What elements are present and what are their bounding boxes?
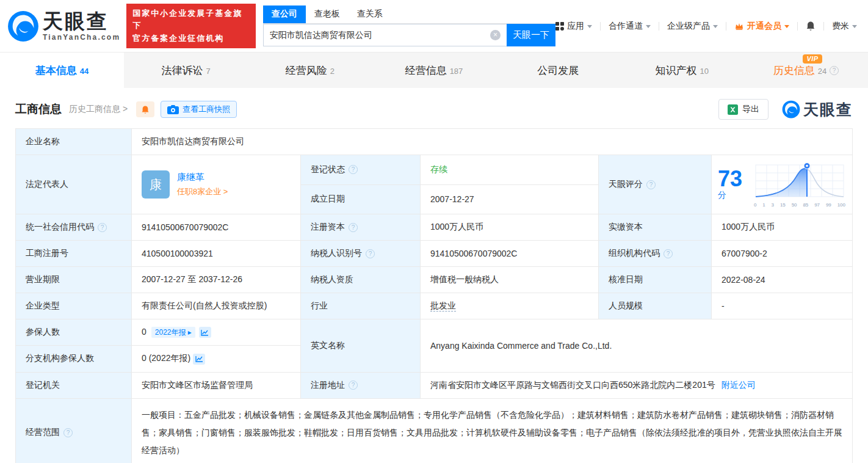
help-icon[interactable]	[98, 223, 107, 232]
chevron-down-icon	[784, 25, 789, 28]
vip-badge: VIP	[803, 54, 822, 64]
field-label-legal-rep: 法定代表人	[16, 155, 132, 214]
section-header: 工商信息 历史工商信息 > 查看工商快照 导出 天眼查	[15, 99, 853, 120]
menu-open-vip[interactable]: 开通会员	[734, 21, 789, 32]
divider	[797, 22, 798, 31]
field-label-business-scope: 经营范围	[16, 398, 132, 463]
tab-company-development[interactable]: 公司发展	[496, 53, 620, 88]
field-label-company-name: 企业名称	[16, 129, 132, 155]
bell-icon	[806, 21, 816, 31]
view-business-snapshot-button[interactable]: 查看工商快照	[161, 101, 237, 118]
help-icon[interactable]	[366, 249, 375, 258]
top-menu: 应用 合作通道 企业级产品 开通会员 费米	[555, 21, 857, 32]
table-row: 统一社会信用代码 91410500670079002C 注册资本 1000万人民…	[16, 214, 853, 241]
annual-report-tag[interactable]: 2022年报 ▸	[151, 327, 195, 338]
insured-count: 0	[142, 327, 146, 337]
legal-rep-name-link[interactable]: 康继革	[177, 172, 228, 183]
apps-grid-icon	[555, 22, 564, 31]
help-icon[interactable]	[349, 165, 358, 174]
chevron-down-icon	[587, 25, 592, 28]
menu-partner-label: 合作通道	[609, 21, 643, 32]
field-value-taxpayer-id: 91410500670079002C	[421, 241, 599, 267]
field-value-score: 73分	[712, 155, 853, 214]
search-tab-company[interactable]: 查公司	[263, 5, 306, 23]
tab-count: 10	[700, 67, 709, 76]
legal-rep-positions-link[interactable]: 任职8家企业 >	[177, 186, 228, 197]
field-label-reg-status: 登记状态	[301, 155, 421, 185]
branch-insured-count: 0 (2022年报)	[142, 353, 190, 363]
watermark-label: 天眼查	[803, 100, 853, 120]
table-row: 登记机关 安阳市文峰区市场监督管理局 注册地址 河南省安阳市文峰区平原路与文锦西…	[16, 372, 853, 398]
tab-business-risk[interactable]: 经营风险 2	[248, 53, 372, 88]
divider	[600, 22, 601, 31]
status-badge: 存续	[430, 164, 447, 174]
score-unit: 分	[718, 190, 726, 200]
field-label-reg-number: 工商注册号	[16, 241, 132, 267]
monitor-bell-button[interactable]	[136, 101, 154, 117]
field-value-credit-code: 91410500670079002C	[132, 214, 301, 241]
clear-search-icon[interactable]	[490, 30, 501, 40]
menu-user-label: 费米	[832, 21, 849, 32]
field-label-credit-code: 统一社会信用代码	[16, 214, 132, 241]
field-label-reg-capital: 注册资本	[301, 214, 421, 241]
help-icon[interactable]	[664, 249, 673, 258]
search-tab-relation[interactable]: 查关系	[349, 5, 391, 23]
field-value-english-name: Anyang Kaixinda Commerce and Trade Co.,L…	[421, 319, 853, 373]
menu-apps[interactable]: 应用	[555, 21, 592, 32]
search-tab-boss[interactable]: 查老板	[306, 5, 349, 23]
tab-business-info[interactable]: 经营信息 187	[372, 53, 496, 88]
tianyancha-logo[interactable]: 天眼查 TianYanCha.com	[7, 10, 120, 42]
menu-apps-label: 应用	[567, 21, 584, 32]
field-label-approval-date: 核准日期	[599, 267, 712, 293]
field-value-company-name: 安阳市凯信达商贸有限公司	[132, 129, 853, 155]
field-label-taxpayer-quali: 纳税人资质	[301, 267, 421, 293]
history-business-info-link[interactable]: 历史工商信息 >	[69, 104, 128, 115]
top-bar: 天眼查 TianYanCha.com 国家中小企业发展子基金旗下 官方备案企业征…	[0, 0, 868, 53]
divider	[659, 22, 659, 31]
field-value-reg-number: 410500100003921	[132, 241, 301, 267]
excel-icon	[728, 104, 738, 115]
legal-rep-avatar[interactable]: 康	[142, 170, 170, 199]
help-icon[interactable]	[349, 381, 358, 390]
search-input[interactable]	[263, 24, 507, 46]
tab-label: 经营信息	[405, 64, 447, 78]
address-text: 河南省安阳市文峰区平原路与文锦西街交叉口向西650米路北院内二楼201号	[430, 380, 715, 390]
tab-intellectual-property[interactable]: 知识产权 10	[620, 53, 744, 88]
tab-history-info[interactable]: 历史信息 VIP 24	[744, 53, 868, 88]
nearby-companies-link[interactable]: 附近公司	[722, 380, 756, 390]
field-label-english-name: 英文名称	[301, 319, 421, 373]
notification-bell[interactable]	[806, 21, 816, 31]
tab-label: 历史信息	[773, 65, 815, 76]
menu-enterprise[interactable]: 企业级产品	[667, 21, 718, 32]
field-label-org-code: 组织机构代码	[599, 241, 712, 267]
export-button[interactable]: 导出	[718, 99, 769, 120]
company-nav-tabs: 基本信息 44 法律诉讼 7 经营风险 2 经营信息 187 公司发展 知识产权…	[0, 53, 868, 88]
field-value-address: 河南省安阳市文峰区平原路与文锦西街交叉口向西650米路北院内二楼201号附近公司	[421, 372, 853, 398]
tab-count: 24	[818, 67, 826, 76]
tab-legal-proceedings[interactable]: 法律诉讼 7	[124, 53, 248, 88]
help-icon[interactable]	[349, 223, 358, 232]
field-value-reg-status: 存续	[421, 155, 599, 185]
badge-line2: 官方备案企业征信机构	[132, 32, 250, 45]
field-label-paid-capital: 实缴资本	[599, 214, 712, 241]
menu-user[interactable]: 费米	[832, 21, 857, 32]
search-button[interactable]: 天眼一下	[507, 24, 555, 46]
score-axis-ticks: 0131550859799100	[753, 202, 846, 208]
tab-basic-info[interactable]: 基本信息 44	[0, 53, 124, 88]
help-icon[interactable]	[63, 428, 73, 437]
trend-chart-icon[interactable]	[199, 327, 211, 338]
menu-partner[interactable]: 合作通道	[609, 21, 651, 32]
industry-link[interactable]: 批发业	[430, 301, 456, 312]
help-icon[interactable]	[830, 66, 839, 75]
trend-chart-icon[interactable]	[193, 354, 205, 365]
field-value-paid-capital: 1000万人民币	[712, 214, 853, 241]
chevron-down-icon	[852, 25, 857, 28]
table-row: 工商注册号 410500100003921 纳税人识别号 91410500670…	[16, 241, 853, 267]
help-icon[interactable]	[646, 180, 656, 189]
field-label-company-type: 企业类型	[16, 293, 132, 319]
field-label-branch-insured: 分支机构参保人数	[16, 346, 132, 372]
field-value-business-term: 2007-12-27 至 2037-12-26	[132, 267, 301, 293]
table-row: 企业名称 安阳市凯信达商贸有限公司	[16, 129, 853, 155]
field-label-staff-size: 人员规模	[599, 293, 712, 319]
field-value-est-date: 2007-12-27	[421, 184, 599, 214]
